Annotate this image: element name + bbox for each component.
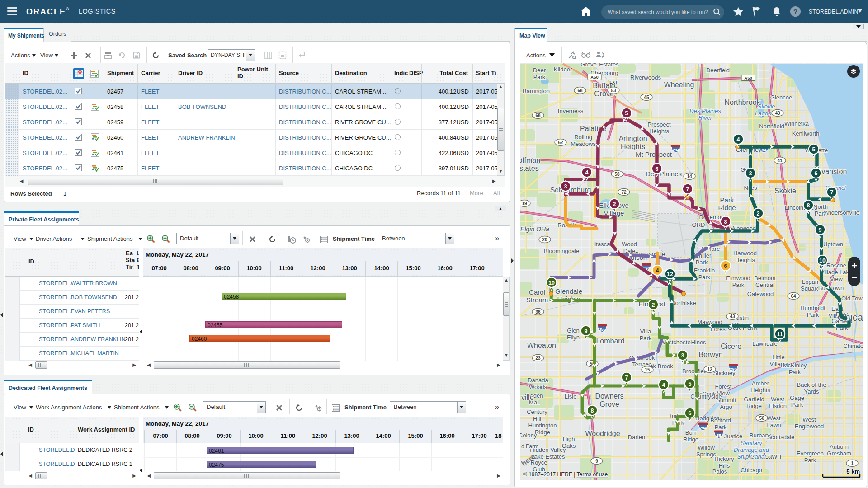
svg-text:Des Plaines: Des Plaines: [646, 170, 682, 178]
svg-text:4: 4: [662, 382, 665, 388]
svg-text:Palos: Palos: [712, 468, 727, 475]
svg-text:3: 3: [681, 352, 684, 359]
svg-text:7: 7: [625, 375, 628, 381]
svg-text:Northbrook: Northbrook: [724, 99, 760, 106]
svg-text:5 km: 5 km: [846, 468, 860, 475]
svg-text:68: 68: [577, 88, 583, 93]
svg-text:2: 2: [757, 211, 760, 217]
svg-text:Kenilworth: Kenilworth: [792, 130, 820, 137]
svg-text:62: 62: [558, 140, 563, 145]
svg-text:LoganSquare: LoganSquare: [801, 278, 820, 292]
svg-text:Glencoe: Glencoe: [770, 94, 792, 101]
svg-text:Uptown: Uptown: [823, 241, 843, 248]
svg-text:43: 43: [730, 314, 735, 319]
svg-text:HoffmanEstates: HoffmanEstates: [520, 156, 540, 172]
svg-text:Inverness: Inverness: [558, 108, 584, 114]
svg-text:6: 6: [689, 410, 692, 417]
svg-text:GarfieldRidge: GarfieldRidge: [744, 396, 764, 409]
svg-text:4: 4: [585, 169, 589, 176]
svg-text:8: 8: [724, 219, 727, 225]
svg-text:12: 12: [707, 367, 712, 372]
svg-text:5: 5: [625, 110, 628, 117]
svg-text:355: 355: [599, 327, 605, 332]
svg-text:WillowSprings: WillowSprings: [696, 444, 717, 458]
svg-text:Bloomingdale: Bloomingdale: [544, 248, 580, 254]
svg-text:GagePark: GagePark: [790, 394, 804, 408]
svg-text:BurrRidge: BurrRidge: [683, 429, 698, 443]
svg-text:5: 5: [689, 381, 692, 387]
svg-text:AuburnGresham: AuburnGresham: [827, 443, 851, 457]
svg-text:CarolStream: CarolStream: [526, 288, 548, 304]
svg-text:10: 10: [548, 280, 555, 286]
svg-text:Scottsdale: Scottsdale: [767, 434, 795, 441]
svg-text:10: 10: [819, 258, 826, 264]
svg-text:Chicago: Chicago: [741, 467, 762, 474]
svg-text:12: 12: [667, 271, 673, 277]
svg-text:ProspectHeights: ProspectHeights: [647, 121, 671, 135]
svg-text:WestLawn: WestLawn: [767, 415, 781, 428]
svg-text:8: 8: [807, 202, 810, 209]
svg-text:Andersonville: Andersonville: [824, 209, 859, 216]
svg-text:3: 3: [749, 170, 752, 177]
svg-text:© 1987–2017 HERE | Terms of us: © 1987–2017 HERE | Terms of use: [523, 471, 608, 478]
svg-text:294: 294: [699, 426, 706, 430]
svg-text:45: 45: [644, 95, 649, 100]
svg-text:2: 2: [613, 201, 616, 207]
svg-text:DeerPark: DeerPark: [533, 67, 546, 80]
svg-text:Darien: Darien: [628, 434, 645, 441]
svg-text:BelmontCentral: BelmontCentral: [754, 275, 776, 288]
svg-text:Chinatown: Chinatown: [843, 343, 863, 349]
svg-text:ParkRidge: ParkRidge: [718, 196, 736, 211]
svg-text:6: 6: [656, 166, 659, 172]
svg-text:9: 9: [585, 328, 588, 334]
svg-text:Winnetka: Winnetka: [784, 120, 809, 127]
svg-text:15: 15: [645, 367, 650, 372]
svg-text:Northfield: Northfield: [759, 123, 784, 130]
svg-text:DanadaWoods: DanadaWoods: [528, 377, 548, 390]
svg-text:58: 58: [614, 172, 620, 177]
svg-text:Galewood: Galewood: [747, 291, 774, 297]
svg-text:294: 294: [672, 148, 679, 152]
svg-text:VillaPark: VillaPark: [640, 328, 652, 342]
svg-text:Grove: Grove: [580, 63, 596, 68]
svg-text:Berwyn: Berwyn: [698, 351, 722, 358]
svg-text:Countryside: Countryside: [690, 393, 722, 400]
svg-text:GlenEllyn: GlenEllyn: [567, 327, 580, 341]
svg-text:A50: A50: [744, 75, 752, 80]
svg-text:A50: A50: [590, 75, 598, 80]
svg-text:Justice: Justice: [724, 433, 742, 440]
svg-text:Wheaton: Wheaton: [527, 342, 556, 349]
svg-text:ville: ville: [521, 394, 534, 401]
svg-text:Wheeling: Wheeling: [664, 81, 694, 89]
svg-text:WestElsdon: WestElsdon: [769, 396, 787, 409]
svg-text:Cicero: Cicero: [721, 343, 741, 350]
svg-text:23: 23: [535, 356, 541, 361]
svg-text:6: 6: [815, 170, 818, 177]
svg-text:Colony: Colony: [520, 432, 537, 439]
svg-text:9: 9: [595, 459, 598, 464]
svg-text:5: 5: [812, 146, 816, 153]
svg-text:55: 55: [717, 433, 721, 438]
svg-text:ORD: ORD: [692, 221, 705, 228]
svg-text:d Farm: d Farm: [521, 443, 538, 450]
svg-text:8: 8: [591, 408, 594, 414]
svg-text:9: 9: [819, 227, 822, 233]
svg-text:Westchester: Westchester: [660, 339, 693, 346]
svg-text:EXT: EXT: [609, 80, 618, 84]
svg-text:Lombard: Lombard: [596, 337, 624, 345]
svg-text:50: 50: [759, 416, 764, 421]
svg-text:41: 41: [777, 158, 783, 163]
svg-text:64: 64: [791, 294, 796, 299]
svg-text:Barrington: Barrington: [523, 88, 550, 94]
svg-text:Lisle: Lisle: [565, 393, 577, 400]
svg-text:20: 20: [542, 237, 547, 242]
svg-text:53: 53: [611, 88, 616, 93]
svg-text:14: 14: [687, 174, 692, 179]
svg-text:Itasca: Itasca: [594, 241, 610, 248]
svg-text:Mt Prospect: Mt Prospect: [636, 150, 672, 158]
svg-text:Riverwoods: Riverwoods: [630, 74, 661, 81]
svg-text:2: 2: [652, 302, 655, 308]
svg-text:Woodridge: Woodridge: [585, 430, 620, 437]
svg-text:4: 4: [656, 267, 659, 274]
svg-text:Elgin OHa: Elgin OHa: [520, 225, 549, 233]
